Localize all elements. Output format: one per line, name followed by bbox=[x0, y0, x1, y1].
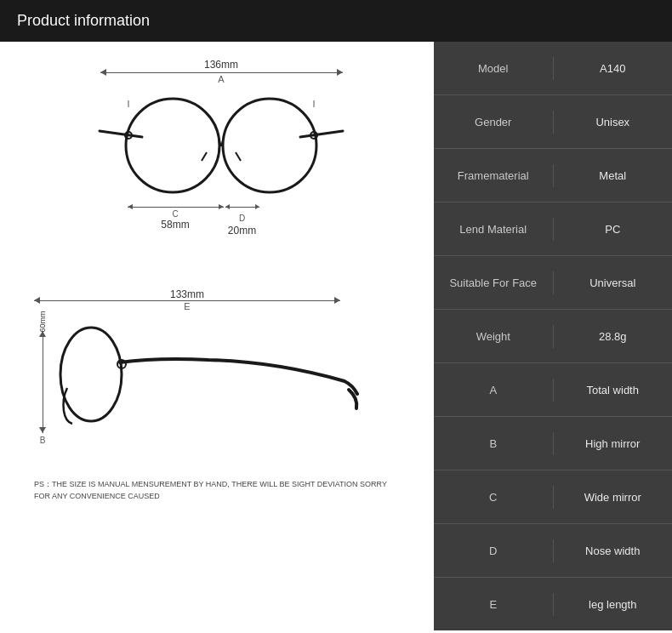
svg-line-7 bbox=[236, 152, 241, 161]
side-glasses-image bbox=[55, 313, 362, 448]
spec-label: C bbox=[434, 486, 554, 509]
dim-d-label: 20mm bbox=[228, 225, 256, 237]
spec-value: Total width bbox=[554, 379, 673, 402]
page-title: Product information bbox=[17, 12, 150, 29]
spec-value: 28.8g bbox=[554, 325, 673, 348]
dim-a-sublabel: A bbox=[218, 74, 224, 84]
diagram-section: 136mm A bbox=[0, 42, 434, 630]
table-row: ModelA140 bbox=[434, 42, 672, 95]
dim-e-label: 133mm bbox=[170, 288, 204, 300]
svg-point-10 bbox=[60, 328, 122, 421]
dim-e-sublabel: E bbox=[184, 301, 190, 311]
table-row: DNose width bbox=[434, 524, 672, 578]
spec-value: leg length bbox=[554, 593, 673, 616]
spec-label: A bbox=[434, 379, 554, 402]
spec-value: Universal bbox=[554, 271, 673, 294]
side-view-diagram: 133mm E 60mm bbox=[26, 288, 417, 476]
front-view-diagram: 136mm A bbox=[26, 59, 417, 280]
svg-line-0 bbox=[100, 131, 142, 137]
table-row: Suitable For FaceUniversal bbox=[434, 256, 672, 310]
table-row: GenderUnisex bbox=[434, 95, 672, 149]
svg-line-6 bbox=[202, 152, 207, 161]
spec-label: Weight bbox=[434, 325, 554, 348]
spec-value: Unisex bbox=[554, 111, 673, 134]
spec-value: Wide mirror bbox=[554, 486, 673, 509]
spec-label: Framematerial bbox=[434, 164, 554, 187]
spec-label: D bbox=[434, 539, 554, 562]
spec-label: Suitable For Face bbox=[434, 271, 554, 294]
spec-value: High mirror bbox=[554, 432, 673, 455]
table-row: BHigh mirror bbox=[434, 417, 672, 470]
spec-label: Lend Material bbox=[434, 218, 554, 241]
dim-d-sublabel: D bbox=[239, 214, 245, 223]
spec-value: Nose width bbox=[554, 539, 673, 562]
spec-label: B bbox=[434, 432, 554, 455]
spec-value: PC bbox=[554, 218, 673, 241]
spec-label: Gender bbox=[434, 111, 554, 134]
svg-point-2 bbox=[126, 99, 219, 192]
table-row: Weight28.8g bbox=[434, 310, 672, 363]
spec-value: A140 bbox=[554, 57, 673, 80]
spec-label: E bbox=[434, 593, 554, 616]
table-row: CWide mirror bbox=[434, 470, 672, 524]
dim-c-sublabel: C bbox=[172, 209, 178, 219]
table-row: Eleg length bbox=[434, 578, 672, 630]
front-glasses-image bbox=[98, 90, 345, 209]
spec-value: Metal bbox=[554, 164, 673, 187]
page-header: Product information bbox=[0, 0, 672, 42]
dim-c-label: 58mm bbox=[161, 219, 189, 231]
specs-table: ModelA140GenderUnisexFramematerialMetalL… bbox=[434, 42, 672, 630]
dim-a-label: 136mm bbox=[204, 59, 238, 71]
svg-line-1 bbox=[300, 131, 343, 137]
table-row: Lend MaterialPC bbox=[434, 202, 672, 256]
table-row: FramematerialMetal bbox=[434, 149, 672, 202]
note-text: PS：THE SIZE IS MANUAL MENSUREMENT BY HAN… bbox=[34, 479, 400, 502]
spec-label: Model bbox=[434, 57, 554, 80]
svg-point-3 bbox=[223, 99, 316, 192]
dim-b-sublabel: B bbox=[40, 436, 46, 445]
table-row: ATotal width bbox=[434, 363, 672, 417]
